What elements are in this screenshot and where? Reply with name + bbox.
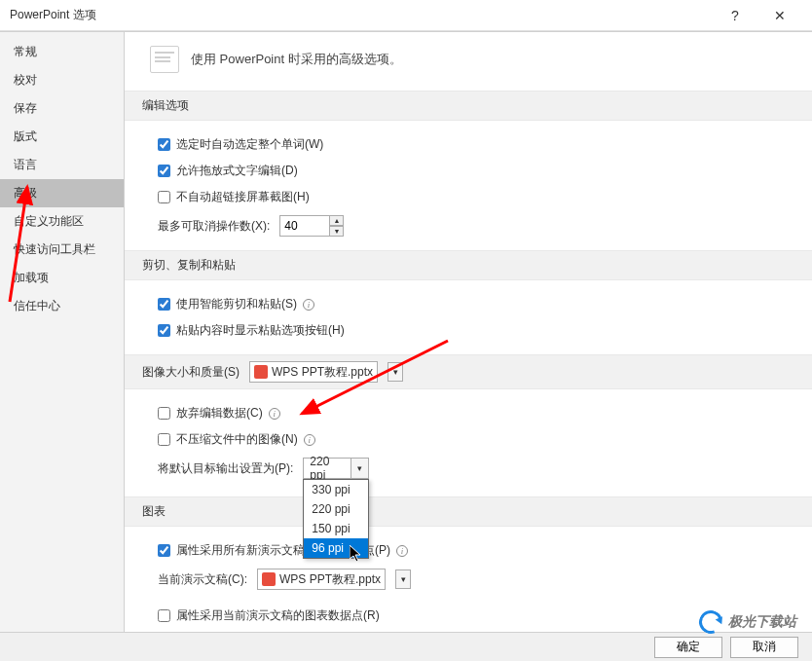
ppi-option-96[interactable]: 96 ppi — [304, 538, 368, 558]
sidebar-item-layout[interactable]: 版式 — [0, 123, 124, 151]
label-smart-cut-paste: 使用智能剪切和粘贴(S) — [176, 296, 297, 312]
label-paste-options: 粘贴内容时显示粘贴选项按钮(H) — [176, 322, 345, 339]
label-current-presentation: 当前演示文稿(C): — [158, 571, 247, 588]
ppi-option-220[interactable]: 220 ppi — [304, 499, 368, 519]
info-icon[interactable]: i — [304, 434, 315, 446]
label-chart-current: 属性采用当前演示文稿的图表数据点(R) — [176, 607, 380, 624]
checkbox-smart-cut-paste[interactable] — [158, 298, 170, 311]
section-chart-title: 图表 — [125, 496, 812, 527]
ppi-option-330[interactable]: 330 ppi — [304, 480, 368, 499]
ppi-value: 220 ppi — [304, 455, 351, 482]
label-no-hyperlink-screenshot: 不自动超链接屏幕截图(H) — [176, 189, 310, 205]
sidebar-item-quick-access[interactable]: 快速访问工具栏 — [0, 236, 124, 264]
input-undo-count[interactable] — [279, 215, 330, 237]
label-select-word: 选定时自动选定整个单词(W) — [176, 136, 323, 153]
section-image-title: 图像大小和质量(S) WPS PPT教程.pptx ▾ — [125, 354, 812, 389]
checkbox-chart-current[interactable] — [158, 609, 170, 622]
content-pane: 使用 PowerPoint 时采用的高级选项。 编辑选项 选定时自动选定整个单词… — [125, 32, 812, 633]
sidebar-item-customize-ribbon[interactable]: 自定义功能区 — [0, 207, 124, 236]
chart-file-select[interactable]: WPS PPT教程.pptx — [257, 569, 386, 590]
pptx-icon — [262, 572, 276, 586]
sidebar-item-proofing[interactable]: 校对 — [0, 66, 124, 94]
label-default-ppi: 将默认目标输出设置为(P): — [158, 460, 293, 477]
label-undo-count: 最多可取消操作数(X): — [158, 218, 270, 235]
undo-spin-down[interactable]: ▼ — [329, 226, 344, 237]
section-image-label: 图像大小和质量(S) — [142, 364, 240, 381]
checkbox-chart-all-new[interactable] — [158, 544, 170, 557]
page-title: 使用 PowerPoint 时采用的高级选项。 — [191, 51, 402, 68]
watermark-text: 极光下载站 — [728, 613, 796, 631]
watermark-icon — [695, 606, 726, 638]
dialog-footer: 确定 取消 — [0, 632, 812, 661]
chart-file-dropdown-arrow[interactable]: ▾ — [395, 569, 411, 589]
section-paste-title: 剪切、复制和粘贴 — [125, 250, 812, 280]
sidebar: 常规 校对 保存 版式 语言 高级 自定义功能区 快速访问工具栏 加载项 信任中… — [0, 32, 125, 633]
chevron-down-icon[interactable]: ▾ — [351, 459, 368, 478]
label-discard-edit-data: 放弃编辑数据(C) — [176, 405, 263, 422]
checkbox-no-hyperlink-screenshot[interactable] — [158, 191, 170, 203]
ppi-option-150[interactable]: 150 ppi — [304, 519, 368, 538]
ok-button[interactable]: 确定 — [654, 637, 722, 658]
sidebar-item-advanced[interactable]: 高级 — [0, 179, 124, 207]
image-file-dropdown-arrow[interactable]: ▾ — [388, 362, 403, 382]
checkbox-drag-drop[interactable] — [158, 165, 170, 177]
close-button[interactable]: ✕ — [757, 0, 802, 31]
settings-page-icon — [150, 46, 179, 73]
titlebar: PowerPoint 选项 ? ✕ — [0, 0, 812, 31]
sidebar-item-addins[interactable]: 加载项 — [0, 264, 124, 292]
undo-spin-up[interactable]: ▲ — [329, 215, 344, 226]
label-drag-drop: 允许拖放式文字编辑(D) — [176, 163, 298, 179]
checkbox-select-word[interactable] — [158, 138, 170, 151]
window-title: PowerPoint 选项 — [10, 7, 713, 23]
checkbox-paste-options[interactable] — [158, 324, 170, 337]
chart-file-name: WPS PPT教程.pptx — [279, 571, 381, 588]
sidebar-item-save[interactable]: 保存 — [0, 94, 124, 123]
info-icon[interactable]: i — [269, 408, 280, 420]
watermark: 极光下载站 — [699, 610, 796, 634]
info-icon[interactable]: i — [303, 299, 314, 311]
pptx-icon — [254, 365, 268, 379]
sidebar-item-trust-center[interactable]: 信任中心 — [0, 292, 124, 320]
label-no-compress: 不压缩文件中的图像(N) — [176, 431, 298, 448]
ppi-dropdown: 330 ppi 220 ppi 150 ppi 96 ppi — [303, 479, 369, 559]
image-file-select[interactable]: WPS PPT教程.pptx — [249, 361, 378, 383]
sidebar-item-general[interactable]: 常规 — [0, 38, 124, 66]
info-icon[interactable]: i — [396, 545, 408, 557]
cancel-button[interactable]: 取消 — [730, 637, 798, 658]
ppi-select[interactable]: 220 ppi ▾ — [303, 458, 369, 479]
image-file-name: WPS PPT教程.pptx — [272, 364, 373, 381]
checkbox-discard-edit-data[interactable] — [158, 407, 170, 420]
sidebar-item-language[interactable]: 语言 — [0, 151, 124, 179]
checkbox-no-compress[interactable] — [158, 433, 170, 446]
help-button[interactable]: ? — [713, 0, 757, 31]
section-edit-title: 编辑选项 — [125, 91, 812, 121]
